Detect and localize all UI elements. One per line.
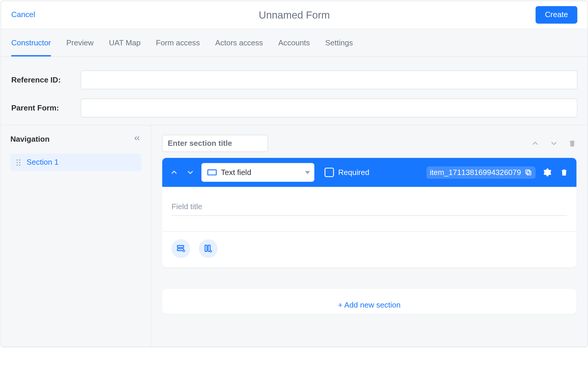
tab-form-access[interactable]: Form access (156, 29, 200, 57)
chevron-down-icon (305, 171, 310, 174)
page-title: Unnamed Form (97, 9, 492, 21)
field-type-select[interactable]: Text field (201, 163, 314, 182)
field-move-up-icon[interactable] (169, 167, 179, 178)
svg-rect-7 (526, 170, 530, 174)
tab-preview[interactable]: Preview (66, 29, 94, 57)
tab-actors-access[interactable]: Actors access (215, 29, 263, 57)
add-row-button[interactable] (171, 239, 190, 258)
canvas-area: Text field Required item_171138169943260… (151, 125, 588, 347)
item-id-badge[interactable]: item_17113816994326079 (426, 166, 536, 179)
svg-point-4 (16, 164, 18, 166)
field-card: Text field Required item_171138169943260… (162, 158, 576, 267)
required-checkbox[interactable]: Required (325, 168, 369, 177)
svg-point-5 (19, 164, 20, 166)
section-move-up-icon[interactable] (531, 139, 540, 148)
navigation-heading: Navigation (10, 135, 49, 143)
required-label: Required (338, 168, 369, 177)
add-section-button[interactable]: + Add new section (162, 289, 576, 314)
cancel-link[interactable]: Cancel (11, 10, 35, 19)
svg-rect-6 (527, 171, 531, 175)
add-column-button[interactable] (199, 239, 218, 258)
svg-point-1 (19, 159, 20, 160)
field-delete-icon[interactable] (559, 167, 570, 178)
header-bar: Cancel Unnamed Form Create (1, 1, 587, 29)
svg-point-3 (19, 162, 20, 163)
field-title-input[interactable] (171, 200, 567, 216)
parent-form-input[interactable] (81, 99, 577, 118)
text-field-icon (207, 169, 217, 175)
parent-form-label: Parent Form: (11, 103, 73, 112)
svg-rect-9 (177, 249, 184, 251)
sidebar-item-label: Section 1 (27, 158, 59, 167)
tab-settings[interactable]: Settings (325, 29, 353, 57)
drag-handle-icon[interactable] (16, 159, 22, 166)
svg-rect-8 (177, 246, 184, 248)
reference-id-input[interactable] (81, 70, 577, 89)
create-button[interactable]: Create (536, 6, 577, 24)
section-move-down-icon[interactable] (549, 139, 559, 148)
tab-accounts[interactable]: Accounts (278, 29, 310, 57)
section-delete-icon[interactable] (568, 139, 577, 148)
svg-point-0 (16, 159, 18, 160)
checkbox-icon (325, 168, 334, 177)
svg-rect-11 (205, 245, 207, 251)
copy-icon (524, 169, 532, 176)
svg-point-2 (16, 162, 18, 163)
reference-id-label: Reference ID: (11, 75, 73, 84)
item-id-text: item_17113816994326079 (430, 168, 521, 177)
field-move-down-icon[interactable] (185, 167, 196, 178)
tabs: Constructor Preview UAT Map Form access … (1, 29, 587, 57)
field-header-bar: Text field Required item_171138169943260… (162, 158, 576, 187)
field-settings-icon[interactable] (541, 167, 553, 178)
field-type-label: Text field (221, 168, 251, 177)
sidebar: Navigation Section 1 (1, 125, 151, 347)
sidebar-item-section-1[interactable]: Section 1 (10, 153, 141, 171)
section-title-input[interactable] (162, 135, 268, 152)
tab-constructor[interactable]: Constructor (11, 29, 51, 57)
collapse-sidebar-icon[interactable] (133, 134, 141, 144)
tab-uat-map[interactable]: UAT Map (109, 29, 141, 57)
